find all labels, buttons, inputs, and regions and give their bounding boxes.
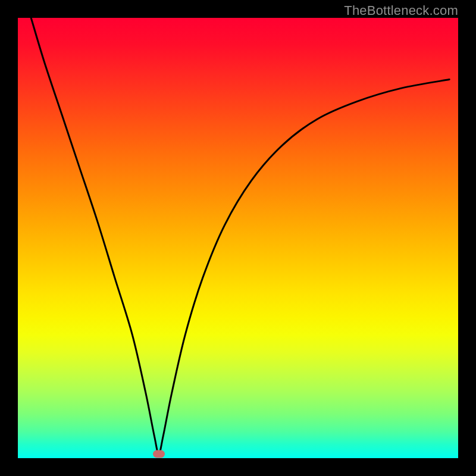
attribution-watermark: TheBottleneck.com — [344, 3, 458, 18]
plot-area — [18, 18, 458, 458]
bottleneck-curve — [18, 18, 458, 458]
minimum-marker — [153, 450, 165, 458]
chart-frame: TheBottleneck.com — [0, 0, 476, 476]
